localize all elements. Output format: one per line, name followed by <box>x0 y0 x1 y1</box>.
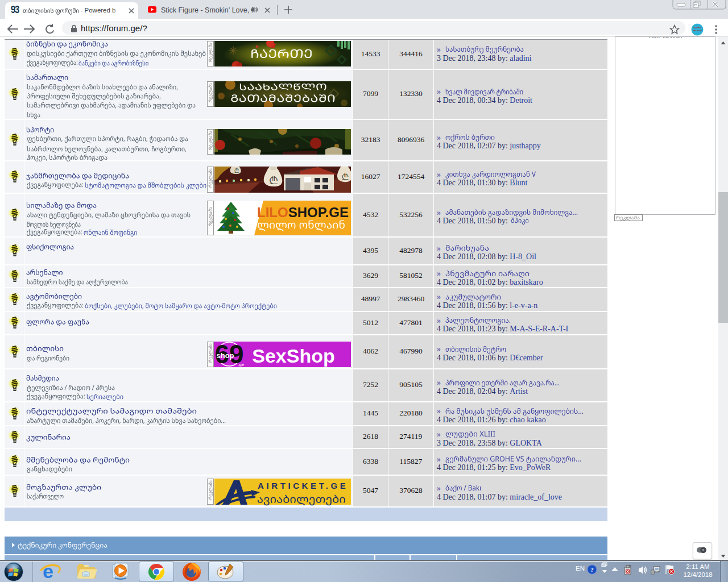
svg-text:SexShop: SexShop <box>252 345 334 367</box>
svg-text:.ge: .ge <box>238 362 245 367</box>
svg-text:₾: ₾ <box>342 172 349 181</box>
svg-text:?: ? <box>590 566 594 573</box>
svg-text:₾: ₾ <box>270 174 278 186</box>
svg-text:SUPER: SUPER <box>693 26 701 29</box>
svg-text:time travel: time travel <box>693 30 702 32</box>
svg-text:shop: shop <box>216 351 234 360</box>
svg-text:93: 93 <box>11 4 19 15</box>
svg-text:₾: ₾ <box>234 168 239 174</box>
